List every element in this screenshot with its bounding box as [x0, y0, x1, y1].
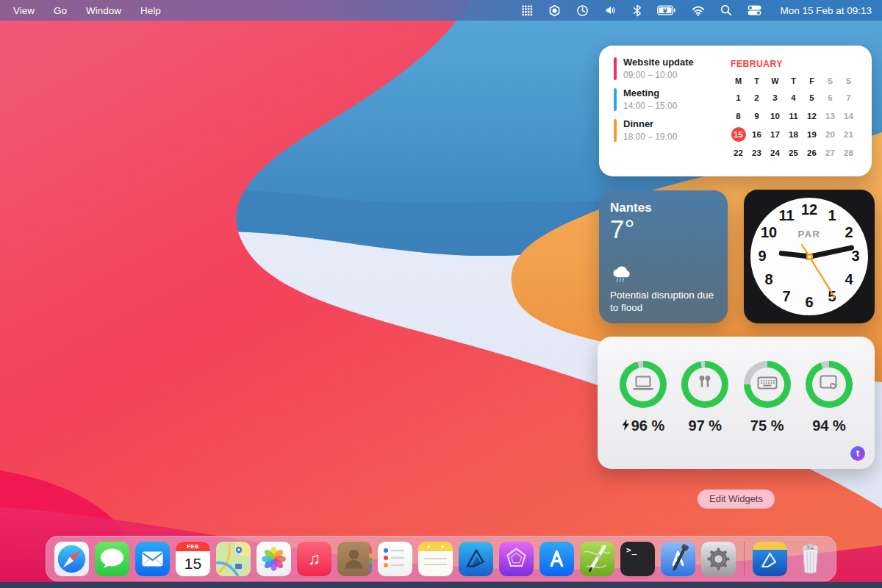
- date-cell: 22: [729, 143, 747, 162]
- event-title: Website update: [623, 57, 694, 68]
- date-cell: 7: [839, 88, 858, 107]
- event-title: Meeting: [623, 88, 677, 99]
- battery-percent: 96 %: [622, 417, 665, 434]
- world-clock-widget[interactable]: 121234567891011 PAR: [744, 190, 875, 323]
- date-cell: 23: [747, 143, 766, 162]
- clock-face: 121234567891011 PAR: [750, 198, 868, 315]
- date-cell: 14: [839, 107, 858, 125]
- battery-ring: [744, 361, 791, 408]
- month-grid: FEBRUARY MTWTFSS 12345678910111213141516…: [729, 57, 858, 168]
- battery-app-badge: t: [850, 446, 865, 461]
- date-cell: 20: [821, 125, 839, 143]
- dock-item-safari[interactable]: [54, 542, 89, 576]
- weekday-header: W: [766, 73, 784, 88]
- date-cell: 3: [766, 88, 784, 107]
- dock-item-maps[interactable]: [216, 542, 251, 576]
- dock-item-reminders[interactable]: [378, 542, 412, 576]
- event-title: Dinner: [623, 119, 677, 130]
- event-color-bar: [614, 119, 617, 142]
- weekday-header: T: [784, 73, 803, 88]
- bluetooth-icon[interactable]: [633, 4, 642, 17]
- wifi-icon[interactable]: [692, 5, 705, 16]
- weekday-headers: MTWTFSS: [729, 73, 858, 88]
- menu-bar-status-area: Mon 15 Feb at 09:13: [522, 4, 882, 17]
- dock-divider: [744, 542, 745, 576]
- dock-item-messages[interactable]: [95, 542, 129, 576]
- clock-numeral: 4: [840, 270, 858, 288]
- calendar-icon-day: 15: [184, 551, 201, 576]
- weekday-header: S: [839, 73, 858, 88]
- battery-ring: [806, 361, 853, 408]
- trackpad-icon: [820, 374, 839, 395]
- clock-numeral: 9: [753, 247, 771, 265]
- clock-numeral: 1: [823, 207, 841, 224]
- volume-icon[interactable]: [604, 4, 617, 16]
- dock-item-affinity-photo[interactable]: [499, 542, 534, 576]
- battery-charging-icon[interactable]: [657, 4, 676, 16]
- hexagon-icon[interactable]: [548, 4, 561, 17]
- weather-city: Nantes: [610, 201, 717, 215]
- date-cell: 25: [784, 143, 803, 162]
- dock-item-music[interactable]: ♫: [297, 542, 331, 576]
- menu-bar-menus: ViewGoWindowHelp: [0, 5, 161, 16]
- battery-ring: [681, 361, 728, 408]
- date-cell: 10: [766, 107, 784, 125]
- menu-bar: ViewGoWindowHelp: [0, 0, 882, 21]
- date-cell: 16: [747, 125, 766, 143]
- weather-alert: Potential disruption due to flood: [610, 290, 717, 314]
- keyboard-icon: [757, 376, 778, 393]
- app-grid-icon[interactable]: [522, 5, 533, 16]
- clock-numeral: 11: [778, 207, 795, 224]
- dock-item-code-editor[interactable]: [580, 542, 614, 576]
- clock-city-code: PAR: [750, 229, 868, 240]
- dock-item-notes[interactable]: [418, 542, 453, 576]
- dock-item-affinity-designer[interactable]: [459, 542, 493, 576]
- calendar-widget[interactable]: Website update09:00 – 10:00 Meeting14:00…: [599, 46, 872, 176]
- battery-percent: 75 %: [750, 417, 784, 434]
- music-note-icon: ♫: [297, 542, 331, 576]
- date-cell: 9: [747, 107, 766, 125]
- dock-item-trash[interactable]: [793, 542, 828, 576]
- menu-item[interactable]: Window: [86, 5, 121, 16]
- dock-item-system-preferences[interactable]: [701, 542, 736, 576]
- search-icon[interactable]: [720, 4, 732, 16]
- dock-item-app-store[interactable]: [539, 542, 574, 576]
- battery-percent: 97 %: [689, 417, 723, 434]
- clock-numeral: 8: [760, 270, 778, 288]
- battery-ring: [620, 361, 667, 408]
- clock-numeral: 7: [778, 287, 795, 305]
- date-cell: 8: [729, 107, 747, 125]
- edit-widgets-button[interactable]: Edit Widgets: [698, 490, 775, 509]
- weekday-header: T: [747, 73, 766, 88]
- calendar-icon-month: FEB: [176, 542, 210, 551]
- date-cell: 13: [821, 107, 839, 125]
- date-cell: 18: [784, 125, 803, 143]
- menu-item[interactable]: View: [13, 5, 35, 16]
- dock-item-mail[interactable]: [135, 542, 170, 576]
- battery-device-trackpad: 94 %: [806, 361, 853, 434]
- event-time: 14:00 – 15:00: [623, 101, 677, 111]
- event-time: 18:00 – 19:00: [623, 132, 677, 142]
- menu-item[interactable]: Go: [54, 5, 67, 16]
- dock-item-affinity-file[interactable]: [753, 542, 787, 576]
- dock-item-contacts[interactable]: [337, 542, 372, 576]
- battery-widget[interactable]: 96 % 97 % 75 %: [598, 337, 875, 469]
- battery-percent: 94 %: [812, 417, 846, 434]
- date-cell: 17: [766, 125, 784, 143]
- battery-device-keyboard: 75 %: [744, 361, 791, 434]
- menu-bar-clock[interactable]: Mon 15 Feb at 09:13: [780, 5, 872, 16]
- event-color-bar: [614, 57, 617, 80]
- dock-item-photos[interactable]: [257, 542, 291, 576]
- clock-numeral: 6: [800, 293, 818, 311]
- dock: FEB 15 ♫: [46, 536, 836, 581]
- date-cell: 5: [803, 88, 821, 107]
- dock-item-terminal[interactable]: >_: [620, 542, 655, 576]
- clock-numeral: 12: [800, 201, 818, 218]
- battery-device-macbook: 96 %: [620, 361, 667, 434]
- control-center-icon[interactable]: [747, 5, 761, 15]
- weather-widget[interactable]: Nantes 7° Potential disruption due to fl…: [599, 190, 728, 323]
- menu-item[interactable]: Help: [140, 5, 161, 16]
- dock-item-xcode[interactable]: [661, 542, 695, 576]
- dock-item-calendar[interactable]: FEB 15: [176, 542, 210, 576]
- time-machine-icon[interactable]: [576, 4, 589, 17]
